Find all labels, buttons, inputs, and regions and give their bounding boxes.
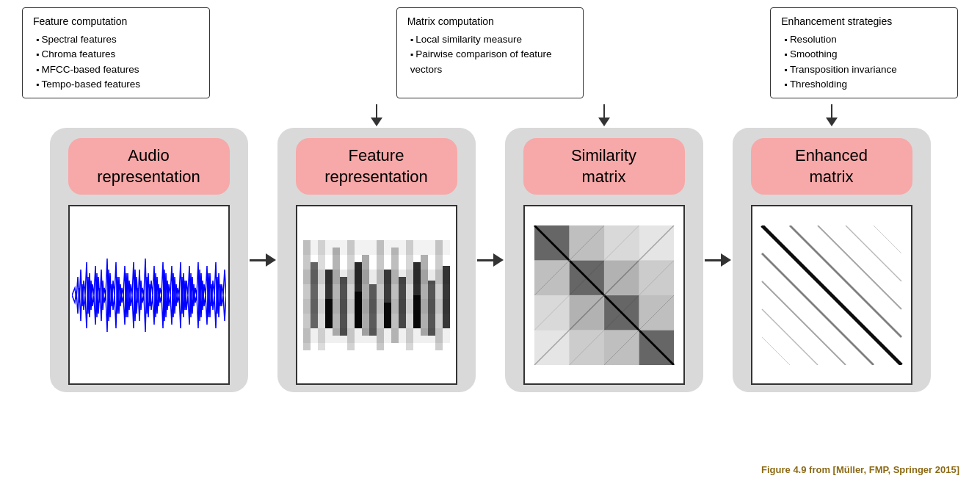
panel-label-audio: Audiorepresentation (68, 138, 230, 195)
list-item: Resolution (784, 32, 947, 47)
arrow-head-right-1 (266, 253, 276, 267)
svg-rect-29 (413, 295, 421, 328)
svg-rect-27 (355, 292, 362, 328)
arrow-down-3 (826, 104, 838, 126)
panel-feature: Featurerepresentation (277, 128, 476, 392)
panel-enhanced: Enhancedmatrix (733, 128, 931, 392)
arrow-head-3 (826, 118, 838, 126)
list-item: Transposition invariance (784, 62, 947, 77)
info-boxes-row: Feature computation Spectral features Ch… (15, 7, 965, 98)
arrow-down-1 (371, 104, 382, 126)
horizontal-arrow-2 (477, 253, 504, 267)
panel-label-enhanced: Enhancedmatrix (751, 138, 912, 195)
list-item: Thresholding (784, 77, 947, 92)
arrow-shaft-2 (603, 104, 605, 118)
list-item: MFCC-based features (36, 62, 199, 77)
arrow-down-1-container (277, 104, 476, 126)
svg-rect-22 (303, 240, 450, 255)
info-box-feature-computation: Feature computation Spectral features Ch… (22, 7, 210, 98)
info-box-enhancement: Enhancement strategies Resolution Smooth… (770, 7, 958, 98)
svg-rect-18 (421, 255, 428, 336)
panel-label-feature: Featurerepresentation (296, 138, 457, 195)
info-box-list-1: Spectral features Chroma features MFCC-b… (33, 32, 199, 92)
spacer-arrow-2 (476, 104, 505, 126)
arrow-down-3-container (733, 104, 931, 126)
list-item: Spectral features (36, 32, 199, 47)
svg-rect-6 (333, 248, 340, 336)
visual-similarity (523, 205, 685, 385)
main-container: Feature computation Spectral features Ch… (0, 0, 980, 484)
svg-rect-35 (639, 330, 674, 365)
visual-feature (296, 205, 457, 385)
svg-rect-32 (534, 225, 570, 261)
info-box-title-1: Feature computation (33, 14, 199, 29)
list-item: Smoothing (784, 47, 947, 62)
panel-arrow-3 (703, 253, 733, 267)
arrow-shaft-3 (831, 104, 832, 118)
horizontal-arrow-1 (250, 253, 276, 267)
info-box-list-2: Local similarity measure Pairwise compar… (407, 32, 573, 77)
arrow-head-1 (371, 118, 382, 126)
audio-waveform-svg (72, 248, 226, 343)
arrow-line-2 (477, 259, 493, 261)
arrow-shaft-1 (376, 104, 377, 118)
visual-audio (68, 205, 230, 385)
spacer-1 (210, 7, 396, 98)
panel-arrow-2 (476, 253, 505, 267)
enhanced-matrix-svg (758, 225, 905, 365)
info-box-title-2: Matrix computation (407, 14, 573, 29)
list-item: Local similarity measure (410, 32, 573, 47)
horizontal-arrow-3 (705, 253, 731, 267)
panel-label-similarity: Similaritymatrix (523, 138, 685, 195)
arrow-down-2 (598, 104, 610, 126)
panel-similarity: Similaritymatrix (505, 128, 703, 392)
list-item: Tempo-based features (36, 77, 199, 92)
arrow-head-right-3 (721, 253, 731, 267)
spacer-2 (584, 7, 770, 98)
list-item: Chroma features (36, 47, 199, 62)
arrow-head-right-2 (493, 253, 504, 267)
svg-rect-23 (303, 270, 450, 284)
arrow-head-2 (598, 118, 610, 126)
list-item: Pairwise comparison of feature vectors (410, 47, 573, 77)
info-box-list-3: Resolution Smoothing Transposition invar… (781, 32, 947, 92)
svg-rect-69 (762, 225, 901, 365)
spacer-arrow-3 (703, 104, 733, 126)
no-arrow-audio (50, 104, 248, 126)
svg-rect-28 (384, 303, 391, 328)
info-box-matrix-computation: Matrix computation Local similarity meas… (396, 7, 584, 98)
figure-caption: Figure 4.9 from [Müller, FMP, Springer 2… (761, 464, 959, 475)
panel-audio: Audiorepresentation (50, 128, 248, 392)
visual-enhanced (751, 205, 912, 385)
svg-rect-10 (362, 255, 369, 336)
panel-arrow-1 (248, 253, 277, 267)
spacer-arrow-1 (248, 104, 277, 126)
feature-matrix-svg (303, 240, 450, 350)
arrow-line-3 (705, 259, 721, 261)
arrow-line-1 (250, 259, 266, 261)
info-box-title-3: Enhancement strategies (781, 14, 947, 29)
similarity-matrix-svg (531, 225, 678, 365)
svg-rect-26 (325, 299, 333, 328)
svg-rect-25 (303, 328, 450, 343)
flow-row: Audiorepresentation Featurereprese (15, 128, 965, 392)
arrow-down-2-container (505, 104, 703, 126)
